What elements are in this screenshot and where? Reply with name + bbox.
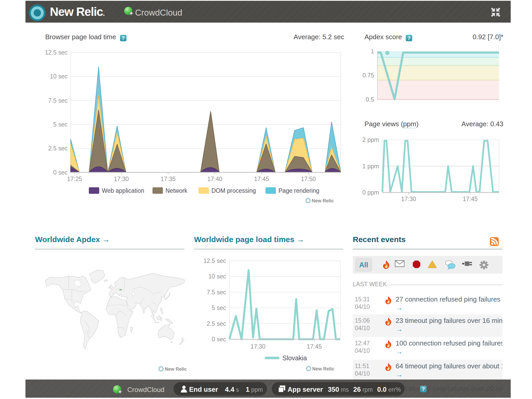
svg-text:New Relic: New Relic (312, 366, 334, 371)
svg-text:17:30: 17:30 (401, 196, 416, 202)
svg-text:17:45: 17:45 (307, 343, 322, 350)
svg-text:10 sec: 10 sec (50, 73, 68, 80)
svg-text:10 sec: 10 sec (208, 273, 226, 280)
svg-text:17:25: 17:25 (67, 176, 82, 182)
svg-text:2.5 sec: 2.5 sec (207, 320, 226, 327)
svg-text:17:35: 17:35 (161, 176, 176, 182)
svg-text:0 sec: 0 sec (212, 336, 226, 343)
svg-text:2 ppm: 2 ppm (362, 136, 379, 143)
svg-text:Network: Network (165, 187, 188, 194)
svg-text:12.5 sec: 12.5 sec (45, 49, 68, 56)
svg-text:17:30: 17:30 (250, 343, 265, 350)
svg-text:17:40: 17:40 (207, 176, 222, 182)
svg-text:Slovakia: Slovakia (282, 354, 307, 362)
svg-text:New Relic: New Relic (165, 367, 187, 372)
svg-text:5 sec: 5 sec (212, 304, 226, 311)
svg-text:0 ppm: 0 ppm (362, 189, 379, 196)
svg-text:New Relic: New Relic (312, 198, 334, 203)
svg-text:0.75: 0.75 (362, 72, 374, 79)
svg-text:Page rendering: Page rendering (278, 187, 319, 194)
svg-text:DOM processing: DOM processing (211, 187, 256, 194)
svg-text:5 sec: 5 sec (53, 121, 68, 128)
svg-text:17:30: 17:30 (114, 176, 129, 182)
svg-text:17:45: 17:45 (254, 176, 269, 182)
svg-text:Web application: Web application (102, 187, 144, 194)
svg-text:0 sec: 0 sec (53, 169, 68, 176)
svg-text:1: 1 (371, 49, 374, 55)
svg-text:12.5 sec: 12.5 sec (203, 257, 226, 264)
svg-text:17:50: 17:50 (301, 176, 316, 182)
svg-text:0.5: 0.5 (366, 96, 374, 103)
svg-text:7.5 sec: 7.5 sec (48, 97, 68, 104)
svg-text:17:45: 17:45 (463, 196, 478, 202)
svg-text:1 ppm: 1 ppm (362, 163, 379, 170)
svg-text:2.5 sec: 2.5 sec (48, 145, 68, 152)
svg-text:7.5 sec: 7.5 sec (207, 289, 226, 296)
